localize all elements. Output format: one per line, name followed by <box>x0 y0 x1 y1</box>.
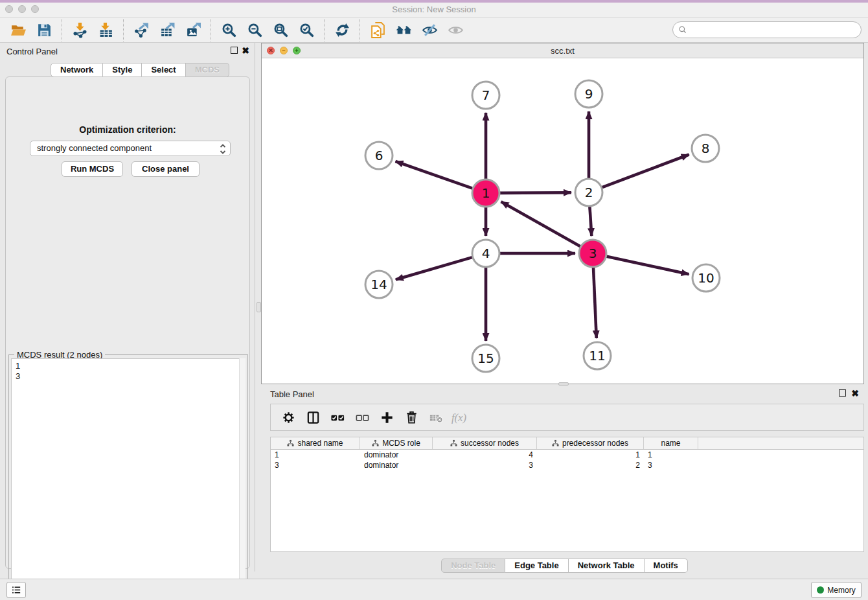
node-3[interactable]: 3 <box>579 240 606 267</box>
table-row[interactable]: 1dominator411 <box>271 450 863 460</box>
cell-shared-name[interactable]: 1 <box>271 450 360 460</box>
node-10[interactable]: 10 <box>692 264 720 292</box>
export-table-button[interactable] <box>155 21 179 40</box>
edge-3-11[interactable] <box>593 268 597 338</box>
close-table-panel-icon[interactable]: ✖ <box>851 389 859 397</box>
node-1[interactable]: 1 <box>472 179 499 207</box>
add-row-button[interactable] <box>377 408 396 427</box>
network-title: scc.txt <box>262 46 863 56</box>
memory-button[interactable]: Memory <box>811 582 862 598</box>
hide-selected-button[interactable] <box>418 21 441 40</box>
edge-4-14[interactable] <box>396 257 472 279</box>
cell-shared-name[interactable]: 3 <box>271 460 360 470</box>
search-box[interactable] <box>672 21 862 38</box>
cell-name[interactable]: 1 <box>644 450 698 460</box>
table-tab-motifs[interactable]: Motifs <box>645 559 688 573</box>
zoom-out-button[interactable] <box>243 21 266 40</box>
run-mcds-button[interactable]: Run MCDS <box>62 161 123 177</box>
edge-3-1[interactable] <box>501 202 580 246</box>
select-all-icon <box>330 410 345 425</box>
cell-predecessor-nodes[interactable]: 2 <box>537 460 644 470</box>
cell-successor-nodes[interactable]: 4 <box>433 450 537 460</box>
network-window-titlebar[interactable]: ✕ − + scc.txt <box>262 43 863 58</box>
cell-MCDS-role[interactable]: dominator <box>360 450 433 460</box>
tab-network[interactable]: Network <box>51 63 103 77</box>
column-header-name[interactable]: name <box>644 437 698 449</box>
column-header-shared-name[interactable]: shared name <box>271 437 360 449</box>
node-14[interactable]: 14 <box>365 271 393 298</box>
new-network-from-selection-button[interactable] <box>366 21 389 40</box>
table-row[interactable]: 3dominator323 <box>271 460 863 470</box>
column-selector-button[interactable] <box>303 408 323 427</box>
apply-layout-icon <box>334 22 350 38</box>
import-network-icon <box>72 22 88 38</box>
node-7[interactable]: 7 <box>472 82 499 109</box>
function-builder-button: f(x) <box>451 408 470 427</box>
search-input[interactable] <box>691 25 861 35</box>
edge-1-2[interactable] <box>500 192 571 193</box>
cell-MCDS-role[interactable]: dominator <box>360 460 433 470</box>
node-4[interactable]: 4 <box>472 240 499 267</box>
deselect-all-button[interactable] <box>352 408 372 427</box>
import-network-button[interactable] <box>68 21 91 40</box>
node-6[interactable]: 6 <box>365 142 393 169</box>
tab-mcds[interactable]: MCDS <box>186 63 229 77</box>
import-table-button[interactable] <box>94 21 117 40</box>
status-bar: Memory <box>0 579 868 600</box>
import-table-icon <box>98 22 114 38</box>
table-settings-button[interactable] <box>279 408 298 427</box>
export-image-button[interactable] <box>181 21 205 40</box>
node-9[interactable]: 9 <box>575 80 602 108</box>
window-title: Session: New Session <box>0 5 868 14</box>
zoom-in-button[interactable] <box>217 21 240 40</box>
edge-2-8[interactable] <box>602 155 689 188</box>
split-divider-handle[interactable] <box>257 302 261 312</box>
export-network-button[interactable] <box>130 21 153 40</box>
node-2[interactable]: 2 <box>575 179 602 206</box>
column-header-predecessor-nodes[interactable]: predecessor nodes <box>537 437 644 449</box>
select-all-button[interactable] <box>328 408 347 427</box>
column-label: predecessor nodes <box>562 439 628 448</box>
cell-name[interactable]: 3 <box>644 460 698 470</box>
edge-1-6[interactable] <box>396 161 473 189</box>
table-tab-edge-table[interactable]: Edge Table <box>505 559 568 573</box>
open-session-button[interactable] <box>6 21 30 40</box>
column-label: name <box>661 439 680 448</box>
column-header-successor-nodes[interactable]: successor nodes <box>433 437 537 449</box>
tab-style[interactable]: Style <box>103 63 142 77</box>
task-history-button[interactable] <box>6 582 26 598</box>
table-tab-network-table[interactable]: Network Table <box>569 559 645 573</box>
mcds-result-text[interactable]: 1 3 <box>11 358 246 600</box>
zoom-fit-icon <box>273 22 289 38</box>
edge-2-3[interactable] <box>589 207 591 236</box>
zoom-out-icon <box>247 22 263 38</box>
apply-layout-button[interactable] <box>330 21 354 40</box>
cell-predecessor-nodes[interactable]: 1 <box>537 450 644 460</box>
zoom-fit-button[interactable] <box>269 21 292 40</box>
edge-3-10[interactable] <box>607 257 689 275</box>
float-panel-icon[interactable] <box>231 47 238 54</box>
tab-select[interactable]: Select <box>142 63 185 77</box>
show-all-button <box>444 21 467 40</box>
node-8[interactable]: 8 <box>692 135 719 162</box>
zoom-selected-button[interactable] <box>295 21 318 40</box>
delete-rows-button[interactable] <box>402 408 421 427</box>
save-session-button[interactable] <box>32 21 56 40</box>
function-builder-icon: f(x) <box>451 410 470 425</box>
column-header-MCDS-role[interactable]: MCDS role <box>360 437 433 449</box>
node-15[interactable]: 15 <box>472 345 499 372</box>
table-tab-node-table[interactable]: Node Table <box>441 559 505 573</box>
criterion-dropdown[interactable]: strongly connected component <box>30 141 231 156</box>
cell-successor-nodes[interactable]: 3 <box>433 460 537 470</box>
column-selector-icon <box>306 410 321 425</box>
network-canvas[interactable]: 1234678910111415 <box>262 58 863 384</box>
search-icon <box>678 25 687 34</box>
result-scrollbar[interactable] <box>239 358 246 600</box>
first-neighbors-button[interactable] <box>392 21 415 40</box>
svg-text:f(x): f(x) <box>451 411 467 423</box>
close-panel-icon[interactable]: ✖ <box>242 47 249 54</box>
float-table-panel-icon[interactable] <box>839 389 846 397</box>
close-panel-button[interactable]: Close panel <box>131 161 200 177</box>
export-table-icon <box>159 22 176 38</box>
node-11[interactable]: 11 <box>584 342 611 369</box>
